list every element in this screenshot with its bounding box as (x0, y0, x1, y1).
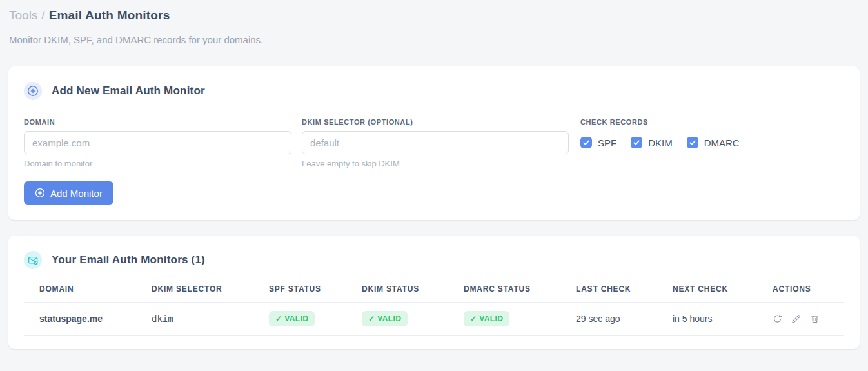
column-header-last-check: LAST CHECK (576, 274, 673, 303)
dkim-selector-cell: dkim (152, 303, 269, 336)
breadcrumb-separator: / (41, 8, 44, 22)
dkim-status-badge: ✓ VALID (362, 311, 408, 326)
column-header-actions: ACTIONS (773, 274, 844, 303)
add-monitor-form: DOMAIN Domain to monitor DKIM SELECTOR (… (24, 118, 844, 168)
trash-icon (810, 314, 820, 324)
page-title: Email Auth Monitors (49, 8, 170, 22)
domain-label: DOMAIN (24, 118, 291, 126)
dkim-selector-hint: Leave empty to skip DKIM (302, 159, 569, 168)
checkbox-spf-box (580, 137, 592, 148)
breadcrumb: Tools/Email Auth Monitors (9, 8, 860, 23)
monitors-card-header: Your Email Auth Monitors (1) (8, 251, 860, 269)
add-monitor-card: Add New Email Auth Monitor DOMAIN Domain… (8, 66, 860, 220)
next-check-cell: in 5 hours (673, 303, 773, 336)
domain-cell: statuspage.me (24, 303, 152, 336)
column-header-dmarc-status: DMARC STATUS (464, 274, 576, 303)
checkbox-dkim[interactable]: DKIM (631, 137, 673, 148)
delete-button[interactable] (810, 314, 820, 324)
checkbox-dmarc[interactable]: DMARC (687, 137, 740, 148)
check-records-options: SPF DKIM DMARC (580, 137, 740, 148)
add-monitor-button-label: Add Monitor (50, 188, 103, 199)
dkim-status-cell: ✓ VALID (362, 303, 464, 336)
envelope-check-icon (24, 251, 42, 269)
checkbox-dkim-box (631, 137, 642, 148)
spf-status-badge: ✓ VALID (269, 311, 315, 326)
breadcrumb-tools-link[interactable]: Tools (9, 8, 37, 22)
monitor-row: statuspage.me dkim ✓ VALID ✓ VALID ✓ VAL… (24, 303, 844, 336)
check-records-group: CHECK RECORDS SPF DKIM (580, 118, 740, 148)
dmarc-status-cell: ✓ VALID (464, 303, 576, 336)
dkim-selector-input[interactable] (302, 131, 569, 154)
checkbox-spf-label: SPF (598, 137, 616, 148)
dmarc-status-badge: ✓ VALID (464, 311, 509, 326)
column-header-spf-status: SPF STATUS (269, 274, 362, 303)
column-header-next-check: NEXT CHECK (673, 274, 773, 303)
pencil-icon (791, 314, 801, 324)
refresh-icon (773, 314, 782, 324)
actions-cell (773, 303, 844, 336)
plus-circle-icon (35, 188, 45, 198)
checkbox-dmarc-box (687, 137, 698, 148)
spf-status-cell: ✓ VALID (269, 303, 362, 336)
last-check-cell: 29 sec ago (576, 303, 673, 336)
refresh-button[interactable] (773, 314, 782, 324)
add-monitor-card-header: Add New Email Auth Monitor (24, 82, 844, 100)
add-monitor-card-title: Add New Email Auth Monitor (52, 85, 205, 97)
checkbox-spf[interactable]: SPF (580, 137, 616, 148)
circle-plus-icon (24, 82, 42, 100)
column-header-dkim-status: DKIM STATUS (362, 274, 464, 303)
checkbox-dmarc-label: DMARC (704, 137, 740, 148)
check-records-label: CHECK RECORDS (580, 118, 740, 126)
check-icon (582, 139, 590, 146)
column-header-domain: DOMAIN (24, 274, 152, 303)
domain-input[interactable] (24, 131, 291, 154)
page-subtitle: Monitor DKIM, SPF, and DMARC records for… (9, 34, 860, 45)
edit-button[interactable] (791, 314, 801, 324)
checkbox-dkim-label: DKIM (648, 137, 673, 148)
column-header-dkim-selector: DKIM SELECTOR (152, 274, 269, 303)
dkim-selector-field-group: DKIM SELECTOR (OPTIONAL) Leave empty to … (302, 118, 569, 168)
add-monitor-button[interactable]: Add Monitor (24, 181, 113, 205)
dkim-selector-label: DKIM SELECTOR (OPTIONAL) (302, 118, 569, 126)
monitors-card: Your Email Auth Monitors (1) DOMAIN DKIM… (8, 236, 860, 349)
domain-field-group: DOMAIN Domain to monitor (24, 118, 291, 168)
monitors-card-title: Your Email Auth Monitors (1) (52, 254, 205, 266)
check-icon (633, 139, 640, 146)
monitors-table: DOMAIN DKIM SELECTOR SPF STATUS DKIM STA… (24, 274, 844, 336)
email-auth-monitors-page: Tools/Email Auth Monitors Monitor DKIM, … (0, 0, 868, 349)
table-header-row: DOMAIN DKIM SELECTOR SPF STATUS DKIM STA… (24, 274, 844, 303)
domain-hint: Domain to monitor (24, 159, 291, 168)
check-icon (689, 139, 696, 146)
